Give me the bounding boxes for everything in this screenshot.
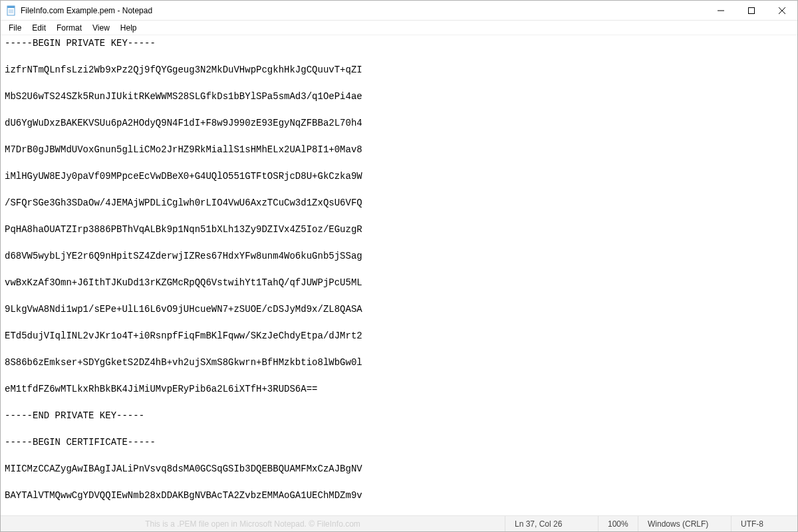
text-editor[interactable]: -----BEGIN PRIVATE KEY----- izfrNTmQLnfs… (1, 35, 797, 515)
window-title: FileInfo.com Example.pem - Notepad (21, 6, 706, 15)
close-button[interactable] (767, 1, 797, 20)
status-line-ending: Windows (CRLF) (638, 516, 731, 531)
svg-rect-1 (7, 6, 15, 8)
svg-rect-6 (749, 7, 755, 13)
menubar: File Edit Format View Help (1, 21, 797, 35)
menu-file[interactable]: File (3, 22, 27, 34)
editor-wrap: -----BEGIN PRIVATE KEY----- izfrNTmQLnfs… (1, 35, 797, 515)
status-caption: This is a .PEM file open in Microsoft No… (1, 519, 505, 529)
status-cursor: Ln 37, Col 26 (505, 516, 598, 531)
menu-format[interactable]: Format (51, 22, 87, 34)
menu-edit[interactable]: Edit (27, 22, 51, 34)
menu-help[interactable]: Help (115, 22, 142, 34)
maximize-button[interactable] (736, 1, 767, 20)
statusbar: This is a .PEM file open in Microsoft No… (1, 515, 797, 531)
status-encoding: UTF-8 (731, 516, 797, 531)
menu-view[interactable]: View (87, 22, 115, 34)
status-zoom: 100% (598, 516, 638, 531)
notepad-icon (6, 5, 17, 16)
titlebar: FileInfo.com Example.pem - Notepad (1, 1, 797, 21)
notepad-window: FileInfo.com Example.pem - Notepad File … (0, 0, 798, 532)
minimize-button[interactable] (706, 1, 736, 20)
window-controls (706, 1, 797, 20)
